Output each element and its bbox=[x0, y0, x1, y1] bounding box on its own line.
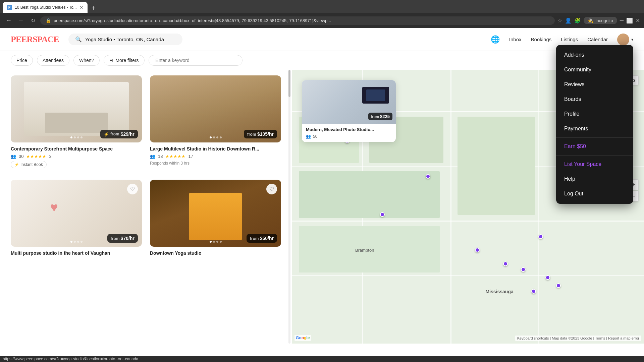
address-bar[interactable]: 🔒 peerspace.com/s/?a=yoga-studio&locatio… bbox=[40, 16, 555, 25]
capacity-value: 30 bbox=[19, 154, 23, 159]
dropdown-item-payments[interactable]: Payments bbox=[556, 121, 633, 136]
listing-card[interactable]: ♥ ♡ from $70/hr bbox=[11, 180, 142, 259]
reload-button[interactable]: ↻ bbox=[28, 16, 38, 25]
listing-info: Contemporary Storefront Multipurpose Spa… bbox=[11, 142, 142, 172]
bolt-icon: ⚡ bbox=[104, 132, 109, 137]
header-nav: 🌐 Inbox Bookings Listings Calendar ▾ bbox=[491, 34, 633, 46]
listing-price-badge: ⚡ from $29/hr bbox=[100, 130, 138, 138]
map-pin bbox=[538, 234, 543, 239]
dropdown-item-boards[interactable]: Boards bbox=[556, 92, 633, 107]
capacity-value: 50 bbox=[313, 134, 317, 139]
page-content: PEERSPACE 🔍 Yoga Studio • Toronto, ON, C… bbox=[0, 28, 644, 344]
listing-title: Large Multilevel Studio in Historic Down… bbox=[150, 146, 281, 152]
listing-image: from $105/hr bbox=[150, 75, 281, 142]
map-pin bbox=[426, 174, 430, 179]
instant-book-label: Instant Book bbox=[20, 162, 43, 167]
calendar-nav-item[interactable]: Calendar bbox=[587, 37, 608, 42]
tab-bar: P 10 Best Yoga Studio Venues - To... ✕ + bbox=[0, 0, 644, 13]
maximize-button[interactable]: ⬜ bbox=[626, 17, 633, 24]
tab-favicon: P bbox=[7, 5, 12, 10]
map-pin bbox=[521, 267, 526, 272]
map-pin bbox=[531, 289, 536, 294]
google-logo: Google bbox=[294, 335, 311, 341]
keyword-input[interactable] bbox=[149, 55, 243, 66]
incognito-button[interactable]: 🕵 Incognito bbox=[584, 17, 617, 24]
avatar bbox=[617, 34, 629, 46]
dropdown-menu: Add-ons Community Reviews Boards Profile… bbox=[556, 45, 633, 204]
map-pin bbox=[380, 212, 385, 217]
more-filters-button[interactable]: ⊟ More filters bbox=[104, 55, 144, 66]
bookings-nav-item[interactable]: Bookings bbox=[531, 37, 552, 42]
map-pin bbox=[503, 261, 508, 266]
main-content: ⚡ from $29/hr Contemporary Storefront M bbox=[0, 70, 644, 344]
dropdown-item-earn[interactable]: Earn $50 bbox=[556, 139, 633, 154]
image-dots bbox=[210, 136, 222, 138]
map-card-title: Modern, Elevated Photo Studio... bbox=[306, 127, 392, 132]
listing-card[interactable]: from $105/hr Large Multilevel Studio in … bbox=[150, 75, 281, 172]
price-filter-button[interactable]: Price bbox=[11, 55, 33, 66]
map-card-image: from $225 bbox=[302, 80, 396, 124]
scroll-track bbox=[288, 70, 290, 344]
map-pin bbox=[475, 248, 480, 252]
extension-icon[interactable]: 🧩 bbox=[574, 17, 581, 24]
map-card[interactable]: from $225 Modern, Elevated Photo Studio.… bbox=[302, 80, 396, 142]
listing-card[interactable]: ⚡ from $29/hr Contemporary Storefront M bbox=[11, 75, 142, 172]
attendees-filter-button[interactable]: Attendees bbox=[37, 55, 69, 66]
listing-meta: 👥 18 ★★★★★ 17 bbox=[150, 154, 281, 159]
listings-nav-item[interactable]: Listings bbox=[561, 37, 578, 42]
map-label-mississauga: Mississauga bbox=[486, 289, 514, 294]
scroll-indicator bbox=[288, 70, 291, 344]
active-tab[interactable]: P 10 Best Yoga Studio Venues - To... ✕ bbox=[3, 2, 88, 13]
heart-icon: ♡ bbox=[130, 186, 135, 192]
tab-close-icon[interactable]: ✕ bbox=[79, 5, 84, 10]
bookmark-icon[interactable]: ☆ bbox=[557, 17, 562, 24]
dropdown-item-profile[interactable]: Profile bbox=[556, 107, 633, 121]
filters-bar: Price Attendees When? ⊟ More filters bbox=[0, 51, 644, 70]
dropdown-item-help[interactable]: Help bbox=[556, 172, 633, 186]
listing-title: Downtown Yoga studio bbox=[150, 250, 281, 256]
listing-price-badge: from $50/hr bbox=[247, 234, 277, 243]
scroll-thumb[interactable] bbox=[288, 70, 290, 97]
user-menu-button[interactable]: ▾ bbox=[617, 34, 633, 46]
listings-grid: ⚡ from $29/hr Contemporary Storefront M bbox=[11, 75, 281, 259]
profile-sync-icon[interactable]: 👤 bbox=[565, 17, 572, 24]
instant-book-icon: ⚡ bbox=[14, 163, 19, 167]
listing-title: Multi purpose studio in the heart of Vau… bbox=[11, 250, 142, 256]
search-bar[interactable]: 🔍 Yoga Studio • Toronto, ON, Canada bbox=[68, 34, 182, 45]
responds-text: Responds within 3 hrs bbox=[150, 161, 281, 166]
globe-icon[interactable]: 🌐 bbox=[491, 35, 500, 44]
search-text: Yoga Studio • Toronto, ON, Canada bbox=[85, 37, 164, 42]
back-button[interactable]: ← bbox=[4, 16, 13, 25]
dropdown-item-logout[interactable]: Log Out bbox=[556, 186, 633, 201]
dropdown-item-list-space[interactable]: List Your Space bbox=[556, 157, 633, 172]
inbox-nav-item[interactable]: Inbox bbox=[509, 37, 522, 42]
listing-info: Downtown Yoga studio bbox=[150, 247, 281, 259]
new-tab-button[interactable]: + bbox=[89, 3, 98, 13]
incognito-icon: 🕵 bbox=[588, 18, 593, 23]
listing-info: Multi purpose studio in the heart of Vau… bbox=[11, 247, 142, 259]
heart-button[interactable]: ♡ bbox=[127, 184, 138, 194]
capacity-icon: 👥 bbox=[306, 134, 311, 139]
status-url: https://www.peerspace.com/s/?a=yoga-stud… bbox=[3, 357, 142, 361]
incognito-label: Incognito bbox=[595, 18, 613, 23]
dropdown-divider bbox=[556, 137, 633, 138]
close-window-button[interactable]: ✕ bbox=[636, 17, 640, 24]
image-dots bbox=[70, 241, 83, 243]
tab-title: 10 Best Yoga Studio Venues - To... bbox=[15, 5, 77, 10]
dropdown-item-addons[interactable]: Add-ons bbox=[556, 48, 633, 62]
heart-button[interactable]: ♡ bbox=[266, 184, 277, 194]
price-from: from bbox=[247, 132, 257, 137]
forward-button[interactable]: → bbox=[16, 16, 25, 25]
image-dots bbox=[70, 136, 83, 138]
when-filter-button[interactable]: When? bbox=[73, 55, 100, 66]
dropdown-item-reviews[interactable]: Reviews bbox=[556, 77, 633, 92]
dropdown-item-community[interactable]: Community bbox=[556, 62, 633, 77]
lock-icon: 🔒 bbox=[46, 18, 51, 23]
minimize-button[interactable]: ─ bbox=[620, 17, 624, 23]
listing-image: ♡ from $50/hr bbox=[150, 180, 281, 247]
address-url: peerspace.com/s/?a=yoga-studio&location=… bbox=[54, 18, 549, 23]
listing-meta: 👥 30 ★★★★★ 3 bbox=[11, 154, 142, 159]
listing-card[interactable]: ♡ from $50/hr Downtown Yoga bbox=[150, 180, 281, 259]
logo[interactable]: PEERSPACE bbox=[11, 35, 59, 45]
map-attribution: Keyboard shortcuts | Map data ©2023 Goog… bbox=[515, 336, 641, 341]
